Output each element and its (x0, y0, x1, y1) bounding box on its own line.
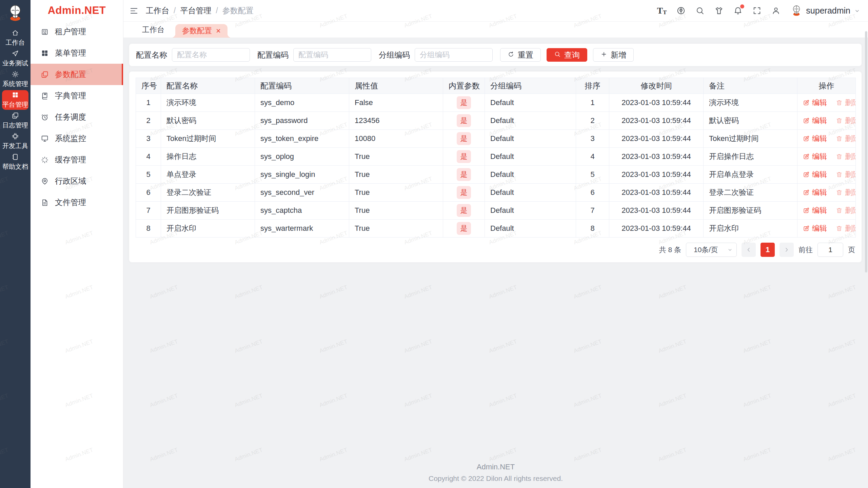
delete-label: 删除 (845, 116, 856, 126)
chevron-down-icon (854, 7, 861, 14)
cell-seq: 2 (136, 112, 161, 130)
breadcrumb-item[interactable]: 工作台 (146, 5, 169, 16)
submenu-item-spinner[interactable]: 缓存管理 (31, 149, 123, 170)
fullscreen-button[interactable] (752, 6, 762, 15)
rail-item-notebook[interactable]: 帮助文档 (2, 152, 28, 172)
edit-icon (803, 207, 810, 214)
edit-label: 编辑 (812, 116, 827, 126)
edit-button[interactable]: 编辑 (803, 98, 827, 108)
next-page-button[interactable] (780, 243, 794, 257)
rail-item-grid[interactable]: 平台管理 (2, 90, 28, 110)
global-search-button[interactable] (695, 6, 705, 15)
chip-icon (12, 133, 19, 140)
delete-button[interactable]: 删除 (836, 134, 856, 144)
rail-item-copy[interactable]: 日志管理 (2, 111, 28, 130)
rail-item-send[interactable]: 业务测试 (2, 49, 28, 68)
filter-input-3[interactable] (415, 48, 493, 62)
rail-item-gear[interactable]: 系统管理 (2, 69, 28, 89)
app-logo (6, 3, 25, 23)
cell-builtin: 是 (443, 148, 485, 166)
notification-dot (740, 4, 744, 8)
prev-page-button[interactable] (742, 243, 756, 257)
fullscreen-icon (752, 6, 762, 15)
edit-button[interactable]: 编辑 (803, 223, 827, 233)
delete-button[interactable]: 删除 (836, 223, 856, 233)
cell-name: 开启图形验证码 (161, 202, 255, 220)
breadcrumb-item[interactable]: 平台管理 (180, 5, 211, 16)
goto-page-input[interactable] (817, 243, 843, 257)
language-button[interactable] (676, 6, 686, 15)
edit-button[interactable]: 编辑 (803, 205, 827, 216)
rail-item-label: 帮助文档 (2, 162, 28, 171)
submenu-item-building[interactable]: 租户管理 (31, 21, 123, 42)
theme-button[interactable] (714, 6, 724, 15)
goto-label: 前往 (798, 245, 813, 255)
edit-button[interactable]: 编辑 (803, 134, 827, 144)
edit-icon (803, 153, 810, 160)
submenu-item-label: 行政区域 (55, 176, 86, 186)
edit-icon (803, 99, 810, 106)
collapse-menu-button[interactable] (130, 6, 138, 15)
submenu-item-file[interactable]: 文件管理 (31, 192, 123, 213)
tab-active[interactable]: 参数配置× (175, 24, 228, 38)
delete-button[interactable]: 删除 (836, 169, 856, 180)
edit-button[interactable]: 编辑 (803, 151, 827, 162)
chevron-left-icon (745, 246, 752, 253)
submenu-item-pin[interactable]: 行政区域 (31, 170, 123, 192)
profile-button[interactable] (771, 6, 781, 15)
column-header: 配置编码 (255, 78, 349, 94)
cell-sort: 6 (576, 184, 609, 202)
edit-button[interactable]: 编辑 (803, 187, 827, 198)
cell-name: 操作日志 (161, 148, 255, 166)
notifications-button[interactable] (733, 6, 743, 15)
add-button[interactable]: 新增 (593, 48, 634, 62)
delete-button[interactable]: 删除 (836, 151, 856, 162)
delete-button[interactable]: 删除 (836, 187, 856, 198)
cell-code: sys_demo (255, 94, 349, 112)
edit-button[interactable]: 编辑 (803, 116, 827, 126)
submenu-item-alarm[interactable]: 任务调度 (31, 106, 123, 128)
font-size-button[interactable]: TT (657, 6, 667, 15)
current-page-button[interactable]: 1 (761, 243, 775, 257)
submenu-item-copy[interactable]: 参数配置 (31, 64, 123, 85)
builtin-badge: 是 (457, 186, 471, 199)
delete-button[interactable]: 删除 (836, 98, 856, 108)
config-table: 序号配置名称配置编码属性值内置参数分组编码排序修改时间备注操作 1演示环境sys… (136, 78, 856, 238)
column-header: 操作 (797, 78, 856, 94)
page-size-select[interactable]: 10条/页 (686, 243, 737, 257)
cell-ops: 编辑删除 (797, 220, 856, 238)
notebook-icon (12, 153, 19, 161)
submenu-item-monitor[interactable]: 系统监控 (31, 128, 123, 149)
edit-label: 编辑 (812, 187, 827, 198)
rail-item-label: 平台管理 (2, 100, 28, 109)
rail-item-label: 日志管理 (2, 121, 28, 130)
cell-time: 2023-01-03 10:59:44 (609, 166, 704, 184)
dict-icon (41, 92, 49, 100)
delete-button[interactable]: 删除 (836, 116, 856, 126)
submenu-item-grid[interactable]: 菜单管理 (31, 42, 123, 64)
edit-icon (803, 117, 810, 124)
filter-input-2[interactable] (293, 48, 371, 62)
rail-item-home[interactable]: 工作台 (2, 28, 28, 48)
delete-button[interactable]: 删除 (836, 205, 856, 216)
edit-button[interactable]: 编辑 (803, 169, 827, 180)
search-button[interactable]: 查询 (547, 48, 587, 62)
user-menu[interactable]: superadmin (790, 4, 861, 18)
scrollbar-thumb[interactable] (865, 31, 867, 272)
cell-code: sys_second_ver (255, 184, 349, 202)
edit-label: 编辑 (812, 169, 827, 180)
rail-item-chip[interactable]: 开发工具 (2, 131, 28, 151)
filter-input-1[interactable] (172, 48, 250, 62)
table-row: 3Token过期时间sys_token_expire10080是Default3… (136, 130, 856, 148)
rail-item-label: 系统管理 (2, 80, 28, 88)
cell-seq: 4 (136, 148, 161, 166)
tab-item[interactable]: 工作台 (136, 22, 171, 38)
reset-button[interactable]: 重置 (500, 48, 541, 62)
cell-sort: 5 (576, 166, 609, 184)
rail-item-label: 工作台 (6, 38, 25, 47)
cell-builtin: 是 (443, 184, 485, 202)
search-icon (554, 51, 561, 58)
submenu-item-dict[interactable]: 字典管理 (31, 85, 123, 106)
cell-remark: 开启图形验证码 (704, 202, 797, 220)
tab-close-icon[interactable]: × (216, 27, 221, 35)
